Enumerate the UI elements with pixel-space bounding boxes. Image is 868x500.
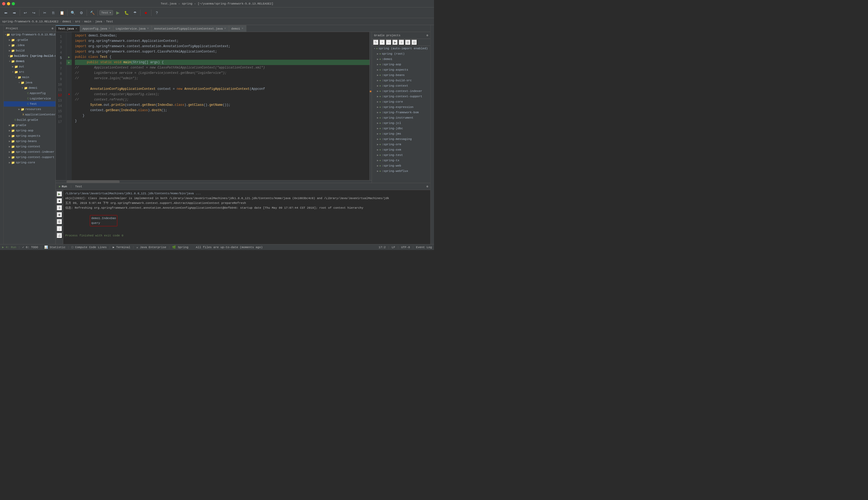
tree-item-root[interactable]: ▾ 📁 spring-framework-5.0.13.RELEASE2 [sp… bbox=[4, 32, 55, 37]
tab-close-icon[interactable]: × bbox=[108, 27, 111, 30]
tree-item-spring-beans[interactable]: ▶ 📁 spring-beans bbox=[4, 139, 55, 144]
tree-item-loginservice[interactable]: ▶ C LoginService bbox=[4, 96, 55, 101]
tree-item-spring-aspects[interactable]: ▶ 📁 spring-aspects bbox=[4, 133, 55, 139]
status-terminal[interactable]: ▶ Terminal bbox=[113, 246, 131, 249]
tree-item-spring-core[interactable]: ▶ 📁 spring-core bbox=[4, 160, 55, 165]
stop-run-button[interactable]: ■ bbox=[57, 198, 63, 204]
status-todo[interactable]: ✓ 6: TODO bbox=[22, 246, 38, 249]
breadcrumb-item[interactable]: src bbox=[75, 20, 80, 23]
gradle-item-oxm[interactable]: ▶ ● :spring-oxm bbox=[372, 147, 430, 152]
status-spring[interactable]: 🌿 Spring bbox=[172, 246, 188, 249]
coverage-button[interactable]: ☂ bbox=[131, 9, 139, 16]
breadcrumb-item[interactable]: main bbox=[84, 20, 91, 23]
tab-annotation-config[interactable]: AnnotationConfigApplicationContext.java … bbox=[152, 25, 229, 32]
tree-item-spring-context[interactable]: ▶ 📁 spring-context bbox=[4, 144, 55, 149]
minimize-button[interactable] bbox=[7, 2, 10, 5]
gradle-item-demo1[interactable]: ▶ ● :demo1 bbox=[372, 57, 430, 62]
pause-button[interactable]: ⏸ bbox=[57, 205, 63, 211]
hscroll-thumb[interactable] bbox=[66, 180, 120, 183]
gradle-item-root[interactable]: ▶ ● spring (root) bbox=[372, 51, 430, 57]
tree-item-java[interactable]: ▾ 📁 java bbox=[4, 80, 55, 85]
back-button[interactable]: ⬅ bbox=[2, 9, 10, 16]
tab-appconfig[interactable]: Appconfig.java × bbox=[80, 25, 113, 32]
tree-item-spring-aop[interactable]: ▶ 📁 spring-aop bbox=[4, 128, 55, 133]
tab-loginservice[interactable]: LoginService.java × bbox=[113, 25, 152, 32]
tree-item-spring-context-indexer[interactable]: ▶ 📁 spring-context-indexer bbox=[4, 149, 55, 155]
gradle-item-jcl[interactable]: ▶ ● :spring-jcl bbox=[372, 121, 430, 126]
breadcrumb-item[interactable]: demo1 bbox=[63, 20, 71, 23]
stop-button[interactable]: ■ bbox=[142, 9, 149, 16]
gradle-item-beans[interactable]: ▶ ● :spring-beans bbox=[372, 72, 430, 78]
search-button[interactable]: 🔍 bbox=[69, 9, 77, 16]
gradle-item-context-support[interactable]: ▶ ● :spring-context-support bbox=[372, 94, 430, 99]
status-statistic[interactable]: 📊 Statistic bbox=[44, 246, 66, 249]
tree-item-build-gradle[interactable]: ▶ G build.gradle bbox=[4, 117, 55, 123]
gradle-item-instrument[interactable]: ▶ ● :spring-instrument bbox=[372, 115, 430, 121]
run-button[interactable]: ▶ bbox=[114, 9, 122, 16]
paste-button[interactable]: 📋 bbox=[58, 9, 66, 16]
gradle-item-context-indexer[interactable]: ▶ ● :spring-context-indexer bbox=[372, 89, 430, 94]
bottom-panel-settings[interactable]: ⚙ bbox=[426, 185, 428, 188]
gradle-toggle-btn[interactable]: ≡ bbox=[398, 39, 404, 45]
gradle-item-bom[interactable]: ▶ ● :spring-framework-bom bbox=[372, 110, 430, 115]
gradle-item-expression[interactable]: ▶ ● :spring-expression bbox=[372, 104, 430, 110]
gradle-item-aspects[interactable]: ▶ ● :spring-aspects bbox=[372, 67, 430, 72]
tree-item-test[interactable]: ▶ C Test bbox=[4, 101, 55, 106]
suspend-button[interactable]: ⏺ bbox=[57, 212, 63, 218]
tab-close-icon[interactable]: × bbox=[241, 27, 244, 30]
gradle-item-test[interactable]: ▶ ● :spring-test bbox=[372, 152, 430, 158]
tree-item-appconfig[interactable]: ▶ C Appconfig bbox=[4, 91, 55, 96]
gradle-item-tx[interactable]: ▶ ● :spring-tx bbox=[372, 158, 430, 163]
help-button[interactable]: ? bbox=[153, 9, 160, 16]
gradle-item-jdbc[interactable]: ▶ ● :spring-jdbc bbox=[372, 126, 430, 131]
gradle-item-orm[interactable]: ▶ ● :spring-orm bbox=[372, 142, 430, 147]
tree-item-gradle[interactable]: ▶ 📁 .gradle bbox=[4, 37, 55, 43]
undo-button[interactable]: ↩ bbox=[22, 9, 29, 16]
gradle-item-aop[interactable]: ▶ ● :spring-aop bbox=[372, 62, 430, 67]
tree-item-main[interactable]: ▾ 📁 main bbox=[4, 75, 55, 80]
cut-button[interactable]: ✂ bbox=[41, 9, 48, 16]
gradle-item-spring[interactable]: ▾ ● spring (auto-import enabled) bbox=[372, 46, 430, 51]
tree-item-demo1[interactable]: ▾ 📁 demo1 bbox=[4, 59, 55, 64]
gradle-item-core[interactable]: ▶ ● :spring-core bbox=[372, 99, 430, 104]
status-compute[interactable]: □ Compute Code Lines bbox=[71, 246, 106, 249]
gradle-item-webflux[interactable]: ▶ ● :spring-webflux bbox=[372, 169, 430, 174]
tree-item-idea[interactable]: ▶ 📁 .idea bbox=[4, 43, 55, 48]
debug-button[interactable]: 🐛 bbox=[123, 9, 130, 16]
status-java-enterprise[interactable]: ☕ Java Enterprise bbox=[136, 246, 166, 249]
status-lf[interactable]: LF bbox=[392, 246, 395, 249]
clear-button[interactable]: 🗑 bbox=[57, 219, 63, 225]
print-button[interactable]: 🖨 bbox=[57, 233, 63, 239]
status-run[interactable]: ▶ 4: Run bbox=[2, 246, 16, 249]
breakpoint-icon[interactable]: ● bbox=[66, 92, 72, 97]
status-encoding[interactable]: UTF-8 bbox=[401, 246, 410, 249]
gradle-link-btn[interactable]: + bbox=[379, 39, 385, 45]
tree-item-demo1-pkg[interactable]: ▾ 📁 demo1 bbox=[4, 85, 55, 91]
breadcrumb-item[interactable]: Test bbox=[106, 20, 113, 23]
tab-close-icon[interactable]: × bbox=[75, 27, 78, 31]
tab-close-icon[interactable]: × bbox=[224, 27, 227, 30]
bottom-tab-test[interactable]: Test bbox=[74, 184, 83, 189]
tree-item-buildsrc[interactable]: ▾ 📁 buildSrc [spring-build-src] bbox=[4, 53, 55, 59]
build-button[interactable]: 🔨 bbox=[89, 9, 96, 16]
gradle-settings-icon[interactable]: ⚙ bbox=[426, 34, 428, 37]
tree-item-src[interactable]: ▾ 📁 src bbox=[4, 69, 55, 75]
tree-item-gradle-folder[interactable]: ▶ 📁 gradle bbox=[4, 123, 55, 128]
copy-button[interactable]: ⎘ bbox=[49, 9, 57, 16]
tree-item-appctx-xml[interactable]: ▶ X applicationContext.xml bbox=[4, 112, 55, 117]
settings-button[interactable]: ⚙ bbox=[78, 9, 85, 16]
tree-item-out[interactable]: ▶ 📁 out bbox=[4, 64, 55, 69]
gradle-item-messaging[interactable]: ▶ ● :spring-messaging bbox=[372, 136, 430, 142]
gradle-expand-all-btn[interactable]: ⊞ bbox=[405, 39, 411, 45]
status-event-log[interactable]: Event Log bbox=[416, 246, 432, 249]
rerun-button[interactable]: ▶ bbox=[57, 191, 63, 197]
gradle-collapse-all-btn[interactable]: ⊟ bbox=[412, 39, 417, 45]
forward-button[interactable]: ➡ bbox=[11, 9, 18, 16]
sidebar-settings-icon[interactable]: ⚙ bbox=[52, 27, 53, 30]
tree-item-resources[interactable]: ▶ 📁 resources bbox=[4, 106, 55, 112]
run-gutter-icon2[interactable]: ▶ bbox=[66, 60, 72, 65]
gradle-unlink-btn[interactable]: − bbox=[386, 39, 392, 45]
close-button[interactable] bbox=[2, 2, 5, 5]
run-config-selector[interactable]: Test ▾ bbox=[99, 10, 113, 15]
gradle-item-context[interactable]: ▶ ● :spring-context bbox=[372, 83, 430, 89]
